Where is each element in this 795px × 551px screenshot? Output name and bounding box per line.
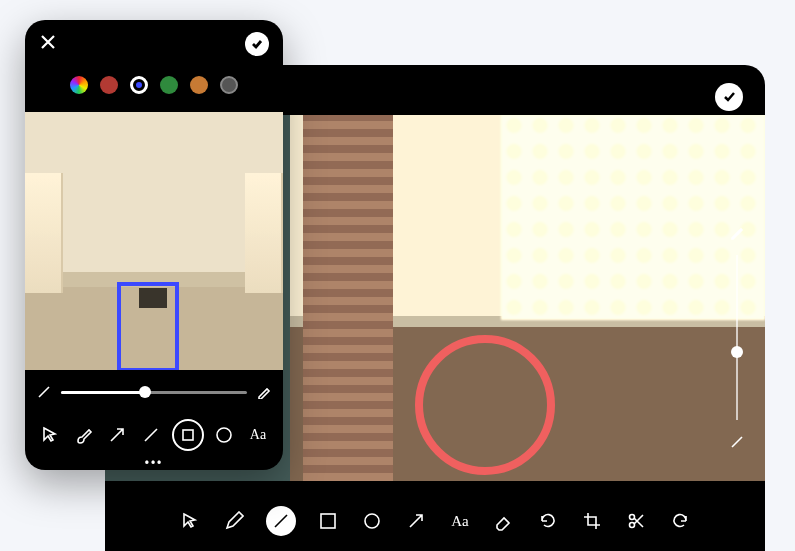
tool-pencil[interactable]: [222, 509, 246, 533]
tool-crop[interactable]: [580, 509, 604, 533]
pencil-icon: [729, 225, 745, 241]
arrow-icon: [406, 511, 426, 531]
check-icon: [251, 38, 263, 50]
svg-point-5: [217, 428, 231, 442]
tool-circle[interactable]: [360, 509, 384, 533]
tool-undo[interactable]: [668, 509, 692, 533]
large-toolbar: Aa: [105, 491, 765, 551]
circle-icon: [362, 511, 382, 531]
undo-icon: [670, 511, 690, 531]
stroke-slider[interactable]: [37, 378, 271, 406]
scissors-icon: [626, 511, 646, 531]
confirm-button[interactable]: [245, 32, 269, 56]
swatch-red[interactable]: [100, 76, 118, 94]
swatch-orange[interactable]: [190, 76, 208, 94]
line-thin-icon: [37, 385, 51, 399]
confirm-button[interactable]: [715, 83, 743, 111]
slider-knob[interactable]: [139, 386, 151, 398]
swatch-green[interactable]: [160, 76, 178, 94]
tool-rectangle[interactable]: [172, 419, 204, 451]
rotate-icon: [538, 511, 558, 531]
text-icon: Aa: [250, 427, 266, 443]
slider-track[interactable]: [61, 391, 247, 394]
tool-pointer[interactable]: [178, 509, 202, 533]
check-icon: [722, 90, 736, 104]
small-editor-panel: Aa •••: [25, 20, 283, 470]
tool-brush[interactable]: [71, 422, 97, 448]
pointer-icon: [40, 425, 60, 445]
line-thin-icon: [729, 434, 745, 450]
tool-arrow[interactable]: [104, 422, 130, 448]
pencil-icon: [257, 385, 271, 399]
tool-cut[interactable]: [624, 509, 648, 533]
tool-arrow[interactable]: [404, 509, 428, 533]
annotation-circle[interactable]: [415, 335, 555, 475]
svg-point-1: [365, 514, 379, 528]
tool-circle[interactable]: [211, 422, 237, 448]
swatch-blue[interactable]: [130, 76, 148, 94]
small-canvas[interactable]: [25, 112, 283, 370]
small-toolbar: Aa: [37, 418, 271, 452]
annotation-rectangle[interactable]: [117, 282, 179, 370]
tool-rotate[interactable]: [536, 509, 560, 533]
line-icon: [141, 425, 161, 445]
slider-knob[interactable]: [731, 346, 743, 358]
arrow-icon: [107, 425, 127, 445]
pointer-icon: [180, 511, 200, 531]
swatch-gray[interactable]: [220, 76, 238, 94]
eraser-icon: [494, 511, 514, 531]
tool-text[interactable]: Aa: [245, 422, 271, 448]
pencil-icon: [224, 511, 244, 531]
tool-line[interactable]: [266, 506, 296, 536]
tool-pointer[interactable]: [37, 422, 63, 448]
close-icon: [39, 33, 57, 51]
tool-rectangle[interactable]: [316, 509, 340, 533]
slider-track[interactable]: [736, 255, 738, 420]
crop-icon: [582, 511, 602, 531]
more-button[interactable]: •••: [37, 456, 271, 470]
svg-rect-4: [183, 430, 193, 440]
brush-icon: [74, 425, 94, 445]
svg-rect-0: [321, 514, 335, 528]
rectangle-icon: [318, 511, 338, 531]
color-swatches: [25, 76, 283, 94]
line-icon: [271, 511, 291, 531]
tool-eraser[interactable]: [492, 509, 516, 533]
close-button[interactable]: [39, 33, 57, 55]
rectangle-icon: [181, 428, 195, 442]
thickness-slider-vertical[interactable]: [723, 225, 751, 450]
tool-line[interactable]: [138, 422, 164, 448]
circle-icon: [214, 425, 234, 445]
text-icon: Aa: [451, 513, 469, 530]
tool-text[interactable]: Aa: [448, 509, 472, 533]
swatch-multi[interactable]: [70, 76, 88, 94]
